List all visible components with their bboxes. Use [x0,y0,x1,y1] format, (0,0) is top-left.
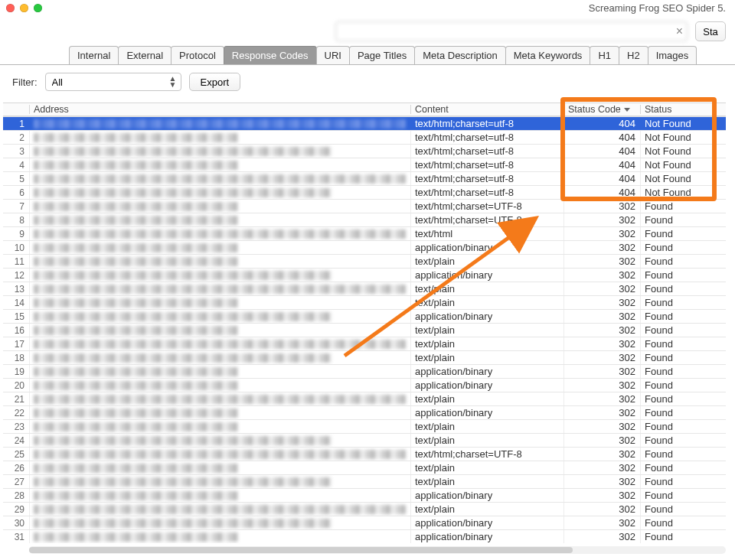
table-row[interactable]: 11text/plain302Found [3,254,726,268]
table-row[interactable]: 7text/html;charset=UTF-8302Found [3,199,726,213]
cell-rownum: 14 [3,295,29,309]
cell-status-code: 302 [564,199,640,213]
cell-content: application/binary [410,309,564,323]
cell-content: text/plain [410,295,564,309]
cell-status: Found [640,213,726,226]
cell-rownum: 9 [3,226,29,240]
tab-images[interactable]: Images [648,46,697,64]
start-button[interactable]: Sta [695,21,726,41]
cell-status-code: 404 [564,185,640,199]
cell-address [29,254,410,268]
cell-status: Found [640,350,726,364]
col-rownum[interactable] [3,103,29,116]
cell-status: Not Found [640,158,726,171]
cell-rownum: 28 [3,488,29,502]
url-input[interactable] [335,21,688,41]
table-row[interactable]: 18text/plain302Found [3,350,726,364]
table-row[interactable]: 1text/html;charset=utf-8404Not Found [3,116,726,130]
tab-meta-keywords[interactable]: Meta Keywords [505,46,591,64]
cell-rownum: 22 [3,405,29,419]
cell-status: Found [640,433,726,447]
table-row[interactable]: 28application/binary302Found [3,488,726,502]
table-row[interactable]: 25text/html;charset=UTF-8302Found [3,447,726,461]
table-row[interactable]: 19application/binary302Found [3,364,726,378]
table-row[interactable]: 22application/binary302Found [3,405,726,419]
table-row[interactable]: 29text/plain302Found [3,502,726,516]
col-address[interactable]: Address [29,103,410,116]
table-row[interactable]: 17text/plain302Found [3,337,726,350]
tab-response-codes[interactable]: Response Codes [224,46,317,64]
cell-status-code: 404 [564,130,640,144]
cell-content: application/binary [410,405,564,419]
cell-content: text/plain [410,419,564,433]
cell-status: Found [640,419,726,433]
table-row[interactable]: 30application/binary302Found [3,516,726,529]
cell-rownum: 6 [3,185,29,199]
cell-address [29,144,410,158]
cell-status-code: 302 [564,282,640,295]
table-row[interactable]: 20application/binary302Found [3,378,726,392]
cell-status-code: 302 [564,447,640,461]
table-row[interactable]: 9text/html302Found [3,226,726,240]
table-row[interactable]: 24text/plain302Found [3,433,726,447]
table-row[interactable]: 6text/html;charset=utf-8404Not Found [3,185,726,199]
cell-status: Found [640,282,726,295]
table-row[interactable]: 8text/html;charset=UTF-8302Found [3,213,726,226]
cell-status: Found [640,309,726,323]
table-row[interactable]: 31application/binary302Found [3,529,726,543]
cell-status-code: 302 [564,240,640,254]
table-row[interactable]: 21text/plain302Found [3,392,726,405]
cell-status: Found [640,364,726,378]
window-titlebar: Screaming Frog SEO Spider 5. [0,0,735,15]
col-status-code[interactable]: Status Code [564,103,640,116]
cell-status: Not Found [640,130,726,144]
cell-status: Not Found [640,116,726,130]
minimize-icon[interactable] [20,4,28,12]
tab-external[interactable]: External [118,46,172,64]
cell-content: application/binary [410,364,564,378]
cell-address [29,419,410,433]
tab-page-titles[interactable]: Page Titles [349,46,415,64]
cell-status-code: 302 [564,364,640,378]
cell-rownum: 3 [3,144,29,158]
horizontal-scrollbar[interactable] [29,546,726,554]
cell-rownum: 29 [3,502,29,516]
table-row[interactable]: 15application/binary302Found [3,309,726,323]
filter-select[interactable]: All [45,73,181,91]
cell-status: Found [640,405,726,419]
cell-status-code: 302 [564,213,640,226]
table-row[interactable]: 23text/plain302Found [3,419,726,433]
table-row[interactable]: 13text/plain302Found [3,282,726,295]
maximize-icon[interactable] [34,4,42,12]
cell-status: Found [640,392,726,405]
table-row[interactable]: 5text/html;charset=utf-8404Not Found [3,171,726,185]
export-button[interactable]: Export [189,73,241,91]
cell-rownum: 23 [3,419,29,433]
cell-status-code: 404 [564,116,640,130]
tab-protocol[interactable]: Protocol [171,46,224,64]
table-row[interactable]: 12application/binary302Found [3,268,726,282]
cell-status-code: 302 [564,309,640,323]
table-row[interactable]: 10application/binary302Found [3,240,726,254]
cell-status: Found [640,254,726,268]
tab-h1[interactable]: H1 [590,46,619,64]
tab-meta-description[interactable]: Meta Description [414,46,506,64]
col-status[interactable]: Status [640,103,726,116]
table-row[interactable]: 4text/html;charset=utf-8404Not Found [3,158,726,171]
clear-icon[interactable]: × [676,24,683,38]
cell-status: Found [640,378,726,392]
cell-status-code: 404 [564,171,640,185]
tab-uri[interactable]: URI [316,46,350,64]
table-row[interactable]: 3text/html;charset=utf-8404Not Found [3,144,726,158]
table-row[interactable]: 27text/plain302Found [3,474,726,488]
tab-internal[interactable]: Internal [69,46,119,64]
cell-content: text/plain [410,392,564,405]
table-row[interactable]: 16text/plain302Found [3,323,726,337]
table-row[interactable]: 26text/plain302Found [3,461,726,474]
col-content[interactable]: Content [410,103,564,116]
tab-h2[interactable]: H2 [619,46,648,64]
table-row[interactable]: 2text/html;charset=utf-8404Not Found [3,130,726,144]
table-row[interactable]: 14text/plain302Found [3,295,726,309]
cell-address [29,226,410,240]
close-icon[interactable] [6,4,15,12]
